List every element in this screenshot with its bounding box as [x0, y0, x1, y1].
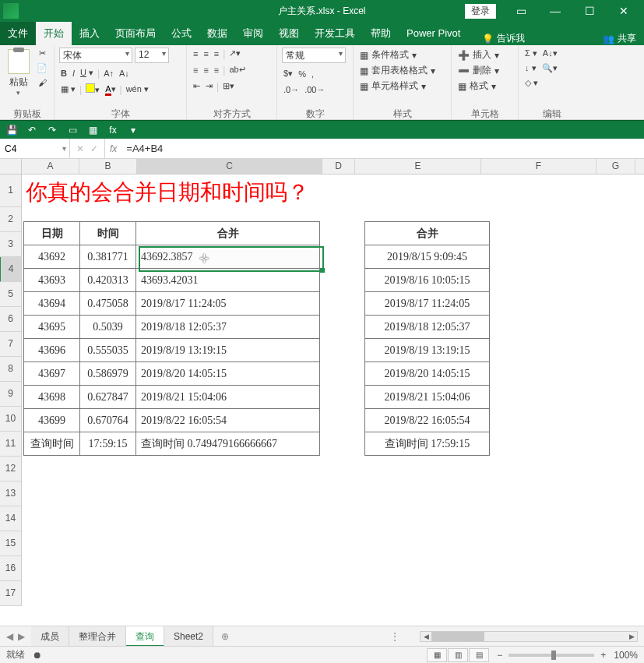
tab-developer[interactable]: 开发工具	[307, 22, 363, 45]
row-header-11[interactable]: 11	[0, 432, 21, 457]
tblE-cell-0[interactable]: 2019/8/15 9:09:45	[365, 245, 490, 269]
paste-button[interactable]: 粘贴 ▾	[5, 48, 32, 97]
tblA-cell-8-2[interactable]: 查询时间 0.749479166666667	[136, 432, 320, 456]
comma-icon[interactable]: ,	[310, 69, 315, 79]
sheet-nav-prev-icon[interactable]: ◀	[6, 631, 13, 642]
tblE-cell-4[interactable]: 2019/8/19 13:19:15	[365, 339, 490, 362]
cells-area[interactable]: 你真的会合并日期和时间吗？ 日期时间合并436920.38177143692.3…	[22, 175, 644, 626]
wrap-text-icon[interactable]: ab↵	[227, 64, 247, 76]
sheet-tab-1[interactable]: 成员	[31, 626, 69, 647]
align-right-icon[interactable]: ≡	[213, 65, 220, 76]
tblA-cell-5-2[interactable]: 2019/8/20 14:05:15	[136, 362, 320, 386]
zoom-level[interactable]: 100%	[614, 650, 638, 661]
row-header-17[interactable]: 17	[0, 581, 21, 606]
split-handle[interactable]: ⋮	[390, 631, 399, 642]
sort-filter-icon[interactable]: A↓▾	[541, 48, 559, 59]
tblA-cell-0-0[interactable]: 43692	[24, 245, 80, 269]
tab-help[interactable]: 帮助	[363, 22, 399, 45]
bold-button[interactable]: B	[59, 68, 69, 79]
align-left-icon[interactable]: ≡	[192, 65, 199, 76]
clear-icon[interactable]: ◇ ▾	[523, 77, 540, 89]
minimize-icon[interactable]: —	[538, 0, 572, 22]
tblA-cell-6-2[interactable]: 2019/8/21 15:04:06	[136, 386, 320, 409]
col-header-G[interactable]: G	[596, 159, 635, 174]
row-header-9[interactable]: 9	[0, 382, 21, 407]
fill-color-button[interactable]: ▾	[84, 83, 101, 96]
conditional-format-button[interactable]: ▦条件格式 ▾	[358, 48, 418, 62]
sheet-tab-3[interactable]: 查询	[126, 626, 164, 647]
row-header-6[interactable]: 6	[0, 307, 21, 332]
tblE-cell-7[interactable]: 2019/8/22 16:05:54	[365, 409, 490, 432]
tab-formulas[interactable]: 公式	[164, 22, 199, 45]
fill-icon[interactable]: ↓ ▾	[523, 62, 538, 74]
decrease-indent-icon[interactable]: ⇤	[192, 80, 202, 92]
tab-insert[interactable]: 插入	[72, 22, 107, 45]
row-header-2[interactable]: 2	[0, 207, 21, 232]
tblA-cell-7-1[interactable]: 0.670764	[80, 409, 136, 432]
qat-save-icon[interactable]: 💾	[5, 123, 19, 137]
new-sheet-icon[interactable]: ⊕	[213, 631, 237, 642]
row-header-13[interactable]: 13	[0, 481, 21, 506]
decrease-font-icon[interactable]: A↓	[118, 68, 131, 79]
horizontal-scrollbar[interactable]: ◀ ▶	[420, 631, 638, 642]
tblE-cell-8[interactable]: 查询时间 17:59:15	[365, 432, 490, 456]
tblA-cell-1-0[interactable]: 43693	[24, 269, 80, 292]
tblA-cell-6-1[interactable]: 0.627847	[80, 386, 136, 409]
zoom-slider[interactable]	[509, 654, 594, 657]
tblA-cell-3-0[interactable]: 43695	[24, 316, 80, 339]
row-header-1[interactable]: 1	[0, 175, 21, 207]
col-header-F[interactable]: F	[481, 159, 596, 174]
align-bottom-icon[interactable]: ≡	[213, 48, 220, 59]
tab-home[interactable]: 开始	[36, 22, 72, 45]
scroll-left-icon[interactable]: ◀	[421, 632, 431, 641]
tblA-cell-2-1[interactable]: 0.475058	[80, 292, 136, 316]
font-color-button[interactable]: A▾	[104, 83, 117, 95]
row-header-10[interactable]: 10	[0, 407, 21, 432]
row-header-7[interactable]: 7	[0, 332, 21, 357]
tblA-cell-8-0[interactable]: 查询时间	[24, 432, 80, 456]
tblA-cell-0-1[interactable]: 0.381771	[80, 245, 136, 269]
qat-touch-icon[interactable]: ▭	[65, 123, 79, 137]
tblA-cell-7-0[interactable]: 43699	[24, 409, 80, 432]
tblA-cell-3-2[interactable]: 2019/8/18 12:05:37	[136, 316, 320, 339]
tab-view[interactable]: 视图	[271, 22, 307, 45]
font-size-dropdown[interactable]: 12	[135, 48, 169, 63]
tab-file[interactable]: 文件	[0, 22, 36, 45]
phonetic-button[interactable]: wén ▾	[125, 83, 150, 95]
maximize-icon[interactable]: ☐	[572, 0, 607, 22]
sheet-nav-next-icon[interactable]: ▶	[18, 631, 25, 642]
border-button[interactable]: ▦ ▾	[59, 83, 77, 95]
qat-undo-icon[interactable]: ↶	[25, 123, 39, 137]
font-name-dropdown[interactable]: 宋体	[59, 48, 132, 63]
format-cells-button[interactable]: ▦格式 ▾	[456, 79, 498, 93]
underline-button[interactable]: U ▾	[79, 67, 95, 79]
view-normal-icon[interactable]: ▦	[427, 648, 447, 662]
format-painter-icon[interactable]: 🖌	[37, 77, 48, 88]
zoom-in-icon[interactable]: +	[600, 650, 606, 661]
tblE-cell-5[interactable]: 2019/8/20 14:05:15	[365, 362, 490, 386]
zoom-out-icon[interactable]: −	[497, 650, 502, 661]
decrease-decimal-icon[interactable]: .00→	[303, 84, 326, 95]
tblE-cell-1[interactable]: 2019/8/16 10:05:15	[365, 269, 490, 292]
qat-more-icon[interactable]: ▾	[126, 123, 140, 137]
row-header-5[interactable]: 5	[0, 282, 21, 307]
confirm-formula-icon[interactable]: ✓	[90, 143, 98, 154]
col-header-B[interactable]: B	[79, 159, 137, 174]
tblA-cell-4-0[interactable]: 43696	[24, 339, 80, 362]
row-header-14[interactable]: 14	[0, 506, 21, 531]
insert-cells-button[interactable]: ➕插入 ▾	[456, 48, 501, 62]
tab-data[interactable]: 数据	[199, 22, 235, 45]
increase-font-icon[interactable]: A↑	[102, 68, 115, 79]
cut-icon[interactable]: ✂	[37, 48, 48, 59]
qat-icon-2[interactable]: fx	[106, 123, 120, 137]
tblA-cell-4-2[interactable]: 2019/8/19 13:19:15	[136, 339, 320, 362]
tblA-cell-2-2[interactable]: 2019/8/17 11:24:05	[136, 292, 320, 316]
scroll-thumb[interactable]	[431, 632, 484, 641]
tblA-cell-7-2[interactable]: 2019/8/22 16:05:54	[136, 409, 320, 432]
sheet-tab-4[interactable]: Sheet2	[164, 626, 213, 647]
percent-icon[interactable]: %	[297, 69, 308, 79]
formula-input[interactable]: =A4+B4	[121, 139, 644, 158]
delete-cells-button[interactable]: ➖删除 ▾	[456, 63, 501, 78]
row-header-12[interactable]: 12	[0, 457, 21, 481]
tblA-cell-5-1[interactable]: 0.586979	[80, 362, 136, 386]
